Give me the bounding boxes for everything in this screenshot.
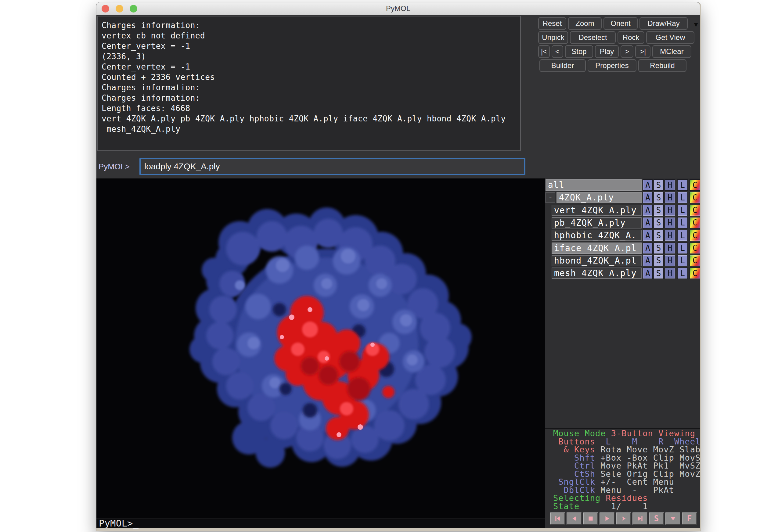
object-c-menu-button[interactable]: C bbox=[690, 205, 700, 216]
object-name[interactable]: iface_4ZQK_A.pl bbox=[552, 242, 642, 254]
play-button[interactable]: Play bbox=[595, 45, 619, 58]
object-c-menu-button[interactable]: C bbox=[690, 217, 700, 228]
toolbar-row-2: UnpickDeselectRockGet View bbox=[538, 31, 694, 44]
object-row: mesh_4ZQK_A.plyASHLC bbox=[545, 268, 700, 279]
reset-button[interactable]: Reset bbox=[538, 17, 566, 30]
object-h-menu-button[interactable]: H bbox=[665, 205, 675, 216]
object-a-menu-button[interactable]: A bbox=[643, 268, 652, 279]
forward-to-end-button[interactable] bbox=[632, 513, 647, 525]
object-h-menu-button[interactable]: H bbox=[665, 192, 675, 203]
frame-button[interactable]: F bbox=[682, 513, 697, 525]
group-collapse-toggle[interactable]: - bbox=[546, 192, 555, 203]
get-view-button[interactable]: Get View bbox=[646, 31, 694, 44]
object-row: -4ZQK_A.plyASHLC bbox=[545, 192, 700, 203]
object-a-menu-button[interactable]: A bbox=[643, 230, 652, 241]
object-h-menu-button[interactable]: H bbox=[665, 268, 675, 279]
command-input[interactable] bbox=[139, 158, 525, 175]
deselect-button[interactable]: Deselect bbox=[570, 31, 616, 44]
object-a-menu-button[interactable]: A bbox=[643, 205, 652, 216]
object-s-menu-button[interactable]: S bbox=[653, 268, 664, 279]
object-name[interactable]: hphobic_4ZQK_A. bbox=[552, 230, 642, 241]
pymol-window: PyMOL Charges information:vertex_cb not … bbox=[96, 2, 701, 531]
rebuild-button[interactable]: Rebuild bbox=[638, 59, 687, 72]
draw-ray-button[interactable]: Draw/Ray bbox=[639, 17, 688, 30]
object-name[interactable]: vert_4ZQK_A.ply bbox=[552, 205, 642, 216]
minimize-button-icon[interactable] bbox=[115, 5, 123, 12]
window-title: PyMOL bbox=[96, 2, 700, 15]
3d-viewport[interactable] bbox=[96, 178, 545, 519]
object-s-menu-button[interactable]: S bbox=[653, 230, 664, 241]
fullscreen-button-icon[interactable] bbox=[130, 5, 137, 12]
object-a-menu-button[interactable]: A bbox=[643, 192, 652, 203]
object-h-menu-button[interactable]: H bbox=[665, 230, 675, 241]
builder-button[interactable]: Builder bbox=[539, 59, 586, 72]
first-frame-button[interactable]: |< bbox=[538, 45, 550, 58]
object-row: hphobic_4ZQK_A.ASHLC bbox=[545, 230, 700, 241]
scene-button[interactable]: S bbox=[649, 513, 664, 525]
orient-button[interactable]: Orient bbox=[604, 17, 638, 30]
object-row: pb_4ZQK_A.plyASHLC bbox=[545, 217, 700, 228]
object-name[interactable]: pb_4ZQK_A.ply bbox=[552, 217, 642, 228]
object-l-menu-button[interactable]: L bbox=[677, 255, 688, 266]
object-l-menu-button[interactable]: L bbox=[677, 268, 688, 279]
object-s-menu-button[interactable]: S bbox=[653, 179, 664, 191]
object-a-menu-button[interactable]: A bbox=[643, 255, 652, 266]
forward-to-end-button-icon bbox=[637, 515, 643, 522]
console-line: Counted + 2336 vertices bbox=[101, 72, 520, 82]
object-h-menu-button[interactable]: H bbox=[665, 217, 675, 228]
mclear-button[interactable]: MClear bbox=[652, 45, 691, 58]
object-h-menu-button[interactable]: H bbox=[665, 255, 675, 266]
object-name[interactable]: all bbox=[546, 179, 642, 191]
console-line: (2336, 3) bbox=[101, 51, 520, 62]
object-a-menu-button[interactable]: A bbox=[643, 217, 652, 228]
last-frame-button[interactable]: >| bbox=[635, 45, 650, 58]
object-a-menu-button[interactable]: A bbox=[643, 242, 652, 254]
stop-playback-button[interactable] bbox=[583, 513, 598, 525]
object-l-menu-button[interactable]: L bbox=[677, 242, 688, 254]
playback-controls: SF bbox=[550, 513, 697, 525]
next-frame-button[interactable]: > bbox=[621, 45, 633, 58]
object-name[interactable]: mesh_4ZQK_A.ply bbox=[552, 268, 642, 279]
object-name[interactable]: hbond_4ZQK_A.pl bbox=[552, 255, 642, 266]
object-c-menu-button[interactable]: C bbox=[690, 268, 700, 279]
object-c-menu-button[interactable]: C bbox=[690, 192, 700, 203]
rewind-to-start-button[interactable] bbox=[550, 513, 565, 525]
previous-frame-button[interactable]: < bbox=[552, 45, 563, 58]
object-c-menu-button[interactable]: C bbox=[690, 255, 700, 266]
stop-button[interactable]: Stop bbox=[565, 45, 593, 58]
object-s-menu-button[interactable]: S bbox=[653, 192, 664, 203]
close-button-icon[interactable] bbox=[101, 5, 109, 12]
object-l-menu-button[interactable]: L bbox=[677, 179, 688, 191]
object-h-menu-button[interactable]: H bbox=[665, 242, 675, 254]
step-forward-button[interactable] bbox=[616, 513, 631, 525]
object-l-menu-button[interactable]: L bbox=[677, 230, 688, 241]
titlebar[interactable]: PyMOL bbox=[96, 2, 700, 15]
object-h-menu-button[interactable]: H bbox=[665, 179, 675, 191]
object-s-menu-button[interactable]: S bbox=[653, 255, 664, 266]
object-s-menu-button[interactable]: S bbox=[653, 205, 664, 216]
console-line: Charges information: bbox=[101, 82, 520, 93]
console-line: mesh_4ZQK_A.ply bbox=[101, 124, 520, 134]
object-c-menu-button[interactable]: C bbox=[690, 179, 700, 191]
play-playback-button-icon bbox=[604, 515, 611, 522]
step-back-button[interactable] bbox=[566, 513, 581, 525]
object-l-menu-button[interactable]: L bbox=[677, 217, 688, 228]
object-l-menu-button[interactable]: L bbox=[677, 192, 688, 203]
bottom-command-bar[interactable]: PyMOL>_ bbox=[96, 519, 545, 528]
properties-button[interactable]: Properties bbox=[588, 59, 636, 72]
object-s-menu-button[interactable]: S bbox=[653, 242, 664, 254]
zoom-button[interactable]: Zoom bbox=[568, 17, 602, 30]
object-l-menu-button[interactable]: L bbox=[677, 205, 688, 216]
object-c-menu-button[interactable]: C bbox=[690, 242, 700, 254]
play-playback-button[interactable] bbox=[600, 513, 615, 525]
unpick-button[interactable]: Unpick bbox=[538, 31, 568, 44]
object-s-menu-button[interactable]: S bbox=[653, 217, 664, 228]
rock-button[interactable]: Rock bbox=[618, 31, 644, 44]
object-a-menu-button[interactable]: A bbox=[643, 179, 652, 191]
mouse-mode-panel[interactable]: Mouse Mode 3-Button Viewing Buttons L M … bbox=[553, 430, 700, 510]
object-c-menu-button[interactable]: C bbox=[690, 230, 700, 241]
console-output: Charges information:vertex_cb not define… bbox=[97, 16, 521, 151]
down-menu-button[interactable] bbox=[666, 513, 680, 525]
object-name[interactable]: 4ZQK_A.ply bbox=[556, 192, 642, 203]
draw-ray-dropdown-icon[interactable]: ▼ bbox=[693, 21, 699, 29]
